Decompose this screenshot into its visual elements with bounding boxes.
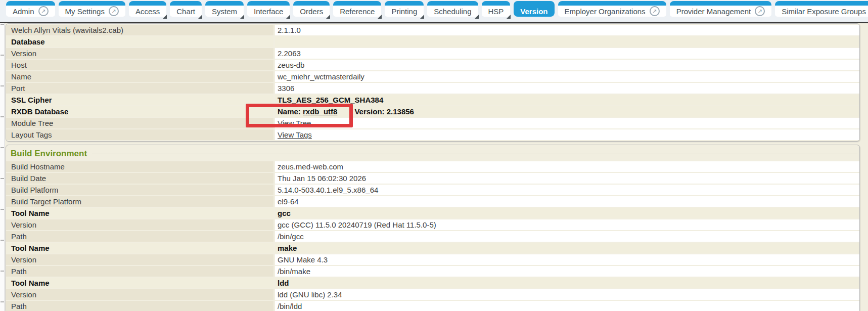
row-label: Build Date: [6, 173, 273, 184]
row-value: ldd (GNU libc) 2.34: [275, 289, 859, 300]
gutter-tick: [1, 24, 4, 25]
dropdown-fold-icon[interactable]: [198, 15, 202, 19]
table-row-version: Version 2.2063: [6, 48, 859, 59]
popout-arrow-icon[interactable]: ↗: [38, 6, 49, 16]
tab-my-settings[interactable]: My Settings ↗: [59, 1, 125, 17]
row-value: 5.14.0-503.40.1.el9_5.x86_64: [275, 185, 859, 195]
dropdown-fold-icon[interactable]: [420, 15, 424, 19]
row-value: gcc: [275, 208, 859, 218]
gutter-tick: [1, 116, 4, 117]
row-label: Tool Name: [6, 243, 273, 253]
window-edge-gutter: [0, 12, 5, 311]
row-label: Port: [6, 83, 273, 94]
tab-label: Access: [135, 7, 160, 16]
row-label: Path: [6, 301, 273, 311]
tab-chart[interactable]: Chart: [170, 1, 202, 17]
tab-scheduling[interactable]: Scheduling: [427, 1, 478, 17]
table-row-database: Database: [6, 36, 859, 47]
table-row-module-tree: Module Tree View Tree: [6, 118, 859, 128]
dropdown-fold-icon[interactable]: [475, 15, 479, 19]
section-header: Build Environment: [6, 146, 859, 161]
row-label: Database: [6, 36, 273, 47]
tab-provider-management[interactable]: Provider Management ↗: [670, 1, 772, 17]
popout-arrow-icon[interactable]: ↗: [650, 6, 660, 16]
table-row-build-hostname: Build Hostname zeus.med-web.com: [6, 161, 859, 172]
gutter-tick: [1, 240, 4, 241]
tab-hsp[interactable]: HSP: [482, 1, 511, 17]
tab-orders[interactable]: Orders: [293, 1, 330, 17]
dropdown-fold-icon[interactable]: [507, 15, 511, 19]
dropdown-fold-icon[interactable]: [378, 15, 382, 19]
tab-label: System: [212, 7, 237, 16]
table-row-path: Path /bin/gcc: [6, 231, 859, 242]
tab-access[interactable]: Access: [129, 1, 166, 17]
table-row-name: Name wc_miehr_wctmasterdaily: [6, 71, 859, 82]
row-value: el9-64: [275, 196, 859, 207]
tabbar-divider: [0, 22, 868, 23]
dropdown-fold-icon[interactable]: [163, 15, 167, 19]
dropdown-fold-icon[interactable]: [286, 15, 290, 19]
rxdb-name-label: Name:: [278, 107, 303, 116]
row-label: Module Tree: [6, 118, 273, 128]
table-row-host: Host zeus-db: [6, 60, 859, 70]
row-value: View Tags: [275, 129, 859, 140]
tab-admin[interactable]: Admin ↗: [6, 1, 55, 17]
row-label: RXDB Database: [6, 106, 273, 117]
tab-employer-organizations[interactable]: Employer Organizations ↗: [558, 1, 666, 17]
row-value: 2.2063: [275, 48, 859, 59]
row-value: ldd: [275, 278, 859, 288]
tab-label: Similar Exposure Groups (SEGs): [782, 7, 868, 16]
view-tree-link[interactable]: View Tree: [278, 119, 311, 127]
row-value: Name: rxdb_utf8Version: 2.13856: [275, 106, 859, 117]
tab-bar: Admin ↗ My Settings ↗ Access Chart Syste…: [0, 0, 868, 22]
table-row-tool-name: Tool Name ldd: [6, 278, 859, 288]
tab-system[interactable]: System: [205, 1, 244, 17]
row-label: Path: [6, 231, 273, 242]
panel-build-environment: Build Environment Build Hostname zeus.me…: [6, 145, 860, 311]
tab-similar-exposure-groups-segs[interactable]: Similar Exposure Groups (SEGs) ↗: [775, 1, 868, 17]
table-row-welch-allyn-vitals-wavitals2-cab: Welch Allyn Vitals (wavitals2.cab) 2.1.1…: [6, 25, 859, 35]
row-value: /bin/ldd: [275, 301, 859, 311]
row-value: Thu Jan 15 06:02:30 2026: [275, 173, 859, 184]
gutter-tick: [1, 147, 4, 148]
popout-arrow-icon[interactable]: ↗: [755, 6, 765, 16]
dropdown-fold-icon[interactable]: [326, 15, 330, 19]
row-label: Build Platform: [6, 185, 273, 195]
tab-printing[interactable]: Printing: [385, 1, 424, 17]
table-row-tool-name: Tool Name gcc: [6, 208, 859, 218]
dropdown-fold-icon[interactable]: [240, 15, 244, 19]
gutter-tick: [1, 209, 4, 210]
row-label: Host: [6, 60, 273, 70]
panel-database-info: Welch Allyn Vitals (wavitals2.cab) 2.1.1…: [6, 23, 860, 142]
rxdb-name-link[interactable]: rxdb_utf8: [303, 107, 337, 116]
row-label: Version: [6, 254, 273, 265]
row-label: Version: [6, 219, 273, 230]
rxdb-version-value: Version: 2.13856: [354, 107, 414, 116]
row-value: wc_miehr_wctmasterdaily: [275, 71, 859, 82]
tab-interface[interactable]: Interface: [247, 1, 290, 17]
row-label: Version: [6, 48, 273, 59]
row-label: Name: [6, 71, 273, 82]
row-value: 3306: [275, 83, 859, 94]
version-info-content: Welch Allyn Vitals (wavitals2.cab) 2.1.1…: [6, 23, 860, 311]
gutter-tick: [1, 301, 4, 302]
tab-version[interactable]: Version: [514, 1, 554, 17]
row-value: /bin/gcc: [275, 231, 859, 242]
view-tags-link[interactable]: View Tags: [278, 130, 312, 139]
tab-label: Chart: [176, 7, 195, 16]
tab-label: Orders: [300, 7, 323, 16]
row-label: Tool Name: [6, 208, 273, 218]
tab-label: Admin: [13, 7, 34, 16]
popout-arrow-icon[interactable]: ↗: [109, 6, 119, 16]
row-label: SSL Cipher: [6, 95, 273, 105]
tab-label: Printing: [391, 7, 417, 16]
row-label: Path: [6, 266, 273, 277]
table-row-path: Path /bin/ldd: [6, 301, 859, 311]
row-value: make: [275, 243, 859, 253]
table-row-build-date: Build Date Thu Jan 15 06:02:30 2026: [6, 173, 859, 184]
gutter-tick: [1, 271, 4, 272]
row-label: Welch Allyn Vitals (wavitals2.cab): [6, 25, 273, 35]
tab-label: My Settings: [65, 7, 105, 16]
tab-reference[interactable]: Reference: [333, 1, 381, 17]
table-row-build-platform: Build Platform 5.14.0-503.40.1.el9_5.x86…: [6, 185, 859, 195]
